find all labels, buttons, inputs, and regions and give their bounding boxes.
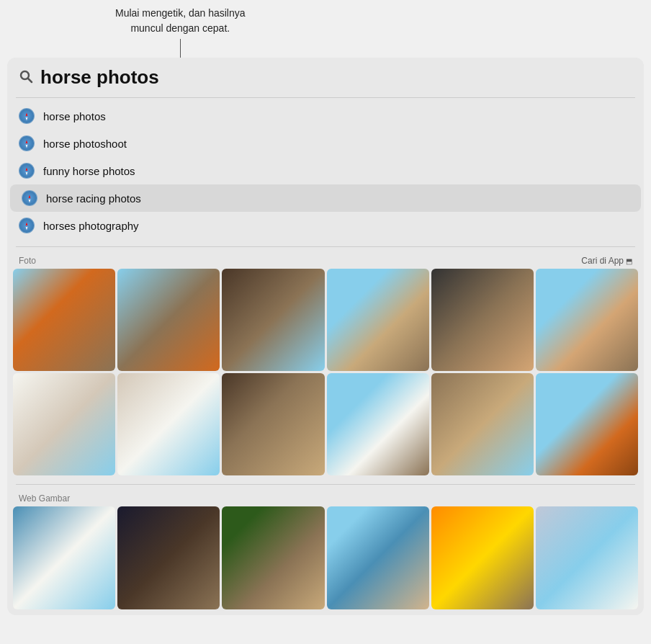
photos-section-header: Foto Cari di App ⬒ <box>7 250 644 269</box>
photo-cell[interactable] <box>431 373 534 475</box>
suggestion-text: horse racing photos <box>46 192 141 205</box>
svg-line-1 <box>28 79 32 82</box>
svg-marker-2 <box>26 113 28 117</box>
web-image-cell[interactable] <box>13 506 115 609</box>
safari-icon <box>19 218 35 233</box>
search-in-app-button[interactable]: Cari di App ⬒ <box>581 256 632 266</box>
suggestion-item[interactable]: horse photoshoot <box>7 130 644 157</box>
external-link-icon: ⬒ <box>626 257 632 265</box>
photos-section: Foto Cari di App ⬒ <box>7 250 644 481</box>
compass-needle <box>22 166 32 176</box>
svg-marker-11 <box>26 227 28 231</box>
photo-cell[interactable] <box>431 269 534 371</box>
photo-cell[interactable] <box>117 373 220 475</box>
web-images-section: Web Gambar <box>7 488 644 614</box>
svg-marker-4 <box>26 140 28 144</box>
compass-needle <box>22 112 32 121</box>
web-images-section-title: Web Gambar <box>19 493 70 504</box>
photo-cell[interactable] <box>536 269 638 371</box>
compass-needle <box>22 139 32 148</box>
photo-cell[interactable] <box>117 269 220 371</box>
safari-icon <box>22 190 37 206</box>
web-image-cell[interactable] <box>222 506 324 609</box>
suggestions-list: horse photos horse photoshoot <box>7 98 644 243</box>
suggestion-text: horse photos <box>43 110 106 122</box>
search-icon <box>19 69 33 86</box>
web-images-section-header: Web Gambar <box>7 488 644 506</box>
spotlight-panel: horse photos horse photoshoot <box>7 58 644 615</box>
photo-cell[interactable] <box>13 373 115 475</box>
svg-marker-8 <box>29 195 31 199</box>
photos-section-title: Foto <box>19 256 36 266</box>
web-image-cell[interactable] <box>431 506 534 609</box>
svg-marker-5 <box>26 145 28 148</box>
web-image-cell[interactable] <box>327 506 429 609</box>
safari-icon <box>19 135 35 151</box>
svg-marker-10 <box>26 223 28 226</box>
suggestion-text: horse photoshoot <box>43 138 127 150</box>
compass-needle <box>25 194 35 203</box>
suggestion-item[interactable]: funny horse photos <box>7 157 644 184</box>
web-image-cell[interactable] <box>536 506 638 609</box>
svg-marker-3 <box>26 117 28 121</box>
photo-cell[interactable] <box>327 269 429 371</box>
safari-icon <box>19 163 35 179</box>
photo-cell[interactable] <box>327 373 429 475</box>
web-image-cell[interactable] <box>117 506 220 609</box>
tooltip-line2: muncul dengan cepat. <box>115 21 246 36</box>
section-divider-1 <box>16 246 635 247</box>
photo-cell[interactable] <box>222 269 324 371</box>
svg-marker-9 <box>29 200 31 203</box>
suggestion-text: funny horse photos <box>43 165 135 177</box>
suggestion-text: horses photography <box>43 220 139 232</box>
search-bar <box>7 58 644 97</box>
tooltip-line1: Mulai mengetik, dan hasilnya <box>115 6 246 21</box>
compass-needle <box>22 221 32 231</box>
section-divider-2 <box>16 484 635 485</box>
photos-grid <box>7 269 644 481</box>
photo-cell[interactable] <box>13 269 115 371</box>
safari-icon <box>19 108 35 124</box>
suggestion-item[interactable]: horses photography <box>7 212 644 239</box>
photo-cell[interactable] <box>536 373 638 475</box>
suggestion-item[interactable]: horse racing photos <box>10 184 641 212</box>
svg-marker-7 <box>26 172 28 176</box>
search-input[interactable] <box>40 66 632 89</box>
svg-marker-6 <box>26 168 28 171</box>
search-in-app-label: Cari di App <box>581 256 624 266</box>
web-images-grid <box>7 506 644 614</box>
suggestion-item[interactable]: horse photos <box>7 102 644 130</box>
photo-cell[interactable] <box>222 373 324 475</box>
